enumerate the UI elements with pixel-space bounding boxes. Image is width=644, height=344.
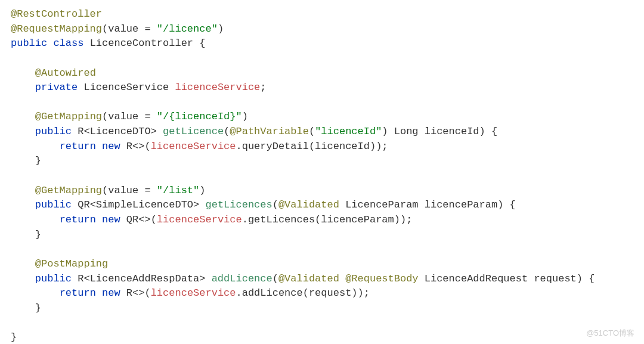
code-text: QR<>( (126, 214, 157, 225)
annotation: @Validated (278, 273, 345, 284)
code-text: ) (199, 185, 205, 196)
code-text: LicenceParam licenceParam) { (345, 199, 516, 210)
type: LicenceService (83, 82, 175, 93)
code-text: (value = (102, 185, 157, 196)
method-name: getLicences (205, 199, 272, 210)
code-text: } (35, 155, 41, 166)
type: R<LicenceAddRespData> (78, 273, 211, 284)
field-ref: licenceService (151, 287, 236, 299)
field-name: licenceService (175, 82, 260, 93)
annotation: @RequestMapping (11, 23, 102, 35)
annotation: @Autowired (35, 67, 96, 79)
keyword: new (102, 141, 126, 152)
code-text: ( (309, 126, 315, 137)
code-text: ( (273, 199, 278, 210)
code-text: ) Long licenceId) { (382, 126, 497, 137)
method-name: addLicence (212, 273, 273, 284)
code-text: } (35, 302, 41, 314)
keyword: return (60, 141, 102, 152)
code-text: R<>( (126, 287, 151, 299)
code-text: (value = (102, 23, 157, 35)
code-text: } (35, 229, 41, 240)
code-text: .getLicences(licenceParam)); (242, 214, 413, 225)
annotation: @GetMapping (35, 185, 102, 196)
code-text: .queryDetail(licenceId)); (236, 141, 388, 152)
keyword: class (53, 38, 89, 49)
field-ref: licenceService (157, 214, 242, 225)
code-text: } (11, 331, 17, 343)
code-text: R<>( (126, 141, 151, 152)
annotation: @RequestBody (345, 273, 425, 284)
code-text: ) (242, 111, 248, 122)
annotation: @PathVariable (230, 126, 309, 137)
keyword: public (35, 199, 78, 210)
annotation: @PostMapping (35, 258, 108, 269)
code-text: ; (260, 82, 266, 93)
code-block: @RestController @RequestMapping(value = … (11, 7, 633, 344)
string-literal: "licenceId" (315, 126, 382, 137)
annotation: @GetMapping (35, 111, 102, 122)
string-literal: "/licence" (157, 23, 218, 35)
keyword: return (60, 214, 102, 225)
keyword: new (102, 214, 126, 225)
keyword: return (60, 287, 102, 299)
code-text: ( (273, 273, 278, 284)
type: QR<SimpleLicenceDTO> (78, 199, 205, 210)
annotation: @RestController (11, 8, 102, 20)
code-text: LicenceAddRequest request) { (425, 273, 595, 284)
code-text: ( (224, 126, 230, 137)
watermark-text: @51CTO博客 (586, 328, 634, 339)
class-name: LicenceController { (90, 38, 206, 49)
string-literal: "/{licenceId}" (157, 111, 242, 122)
method-name: getLicence (163, 126, 224, 137)
keyword: public (35, 126, 78, 137)
keyword: public (35, 273, 78, 284)
annotation: @Validated (278, 199, 345, 210)
keyword: public (11, 38, 53, 49)
code-text: .addLicence(request)); (236, 287, 370, 299)
keyword: private (35, 82, 84, 93)
code-text: ) (218, 23, 224, 35)
keyword: new (102, 287, 126, 299)
string-literal: "/list" (157, 185, 199, 196)
field-ref: licenceService (151, 141, 236, 152)
code-text: (value = (102, 111, 157, 122)
type: R<LicenceDTO> (78, 126, 163, 137)
